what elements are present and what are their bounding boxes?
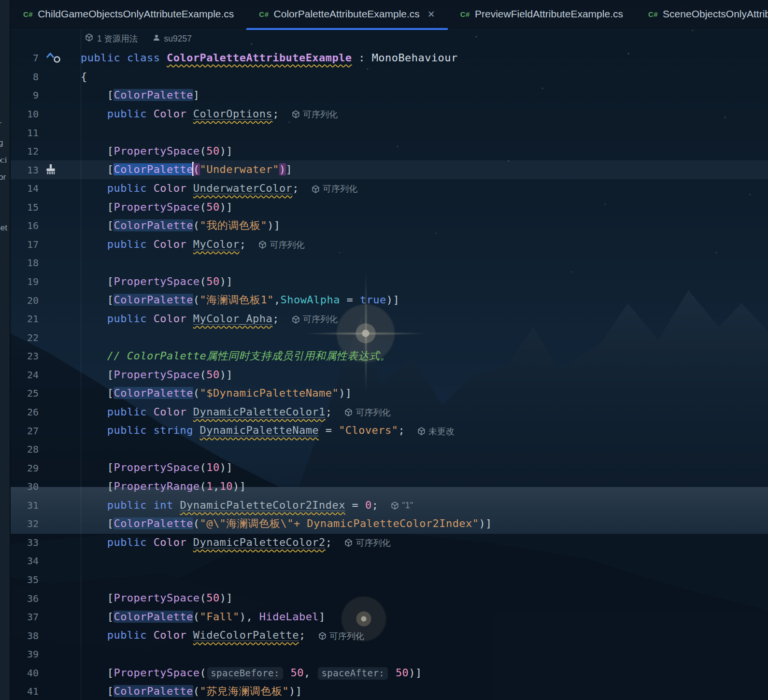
code-line: 18 bbox=[11, 254, 768, 272]
code-token: string bbox=[154, 424, 193, 436]
code-line: 9 [ColorPalette] bbox=[11, 86, 768, 105]
unity-icon bbox=[85, 33, 93, 44]
code-token: PropertySpace bbox=[114, 275, 199, 287]
code-token: int bbox=[154, 499, 173, 511]
line-number[interactable]: 36 bbox=[11, 593, 39, 604]
line-number[interactable]: 26 bbox=[11, 406, 39, 418]
code-token: public bbox=[107, 182, 147, 194]
tab-ChildGameObjectsOnlyAttributeExample[interactable]: C#ChildGameObjectsOnlyAttributeExample.c… bbox=[11, 0, 246, 30]
code-token bbox=[81, 536, 107, 548]
code-token: ) bbox=[279, 163, 286, 175]
usages-hint[interactable]: 1 资源用法 bbox=[97, 33, 138, 44]
line-number[interactable]: 40 bbox=[11, 667, 39, 679]
line-number[interactable]: 13 bbox=[11, 164, 39, 176]
code-token bbox=[186, 536, 193, 548]
line-number[interactable]: 41 bbox=[11, 686, 39, 697]
inlay-hint-text: 可序列化 bbox=[356, 537, 390, 549]
code-token: "海澜调色板1" bbox=[200, 294, 274, 306]
code-token: ( bbox=[200, 461, 207, 473]
code-line: 31 public int DynamicPaletteColor2Index … bbox=[11, 496, 768, 515]
code-token: )] bbox=[220, 592, 233, 604]
author-hint[interactable]: su9257 bbox=[164, 34, 192, 44]
code-token bbox=[147, 499, 154, 511]
code-token: WideColorPalette bbox=[193, 629, 299, 641]
inlay-hint-text: 可序列化 bbox=[356, 407, 390, 418]
inlay-hint[interactable]: 可序列化 bbox=[292, 109, 338, 120]
line-number[interactable]: 15 bbox=[11, 201, 39, 213]
line-number[interactable]: 25 bbox=[11, 387, 39, 399]
tab-PreviewFieldAttributeExample[interactable]: C#PreviewFieldAttributeExample.cs bbox=[448, 0, 636, 30]
code-token: true bbox=[360, 294, 386, 306]
inlay-hint[interactable]: 可序列化 bbox=[258, 239, 304, 251]
inlay-hint[interactable]: 可序列化 bbox=[344, 537, 390, 549]
code-token: [ bbox=[81, 667, 114, 679]
code-text: [PropertySpace(50)] bbox=[81, 272, 233, 291]
code-line: 32 [ColorPalette("@\"海澜调色板\"+ DynamicPal… bbox=[11, 514, 768, 533]
tab-bar: C#ChildGameObjectsOnlyAttributeExample.c… bbox=[11, 0, 768, 30]
tab-SceneObjectsOnlyAttributeExample[interactable]: C#SceneObjectsOnlyAttributeExample.cs bbox=[636, 0, 768, 30]
code-token: ColorOptions bbox=[193, 108, 272, 120]
line-number[interactable]: 22 bbox=[11, 332, 39, 343]
code-token bbox=[147, 629, 154, 641]
code-token: = bbox=[345, 499, 365, 511]
inlay-hint[interactable]: 未更改 bbox=[417, 426, 455, 437]
line-number[interactable]: 23 bbox=[11, 350, 39, 362]
line-number[interactable]: 8 bbox=[11, 71, 39, 83]
gutter-override-icon[interactable] bbox=[39, 51, 81, 65]
tab-label: ChildGameObjectsOnlyAttributeExample.cs bbox=[38, 8, 234, 20]
code-token: [ bbox=[81, 461, 114, 473]
gutter-brush-icon[interactable] bbox=[39, 164, 81, 176]
line-number[interactable]: 16 bbox=[11, 220, 39, 231]
line-number[interactable]: 7 bbox=[11, 52, 39, 64]
clipped-text-fragment: g bbox=[0, 138, 3, 148]
inlay-hint[interactable]: 可序列化 bbox=[344, 407, 390, 418]
line-number[interactable]: 20 bbox=[11, 295, 39, 306]
line-number[interactable]: 30 bbox=[11, 481, 39, 492]
line-number[interactable]: 34 bbox=[11, 555, 39, 567]
line-number[interactable]: 10 bbox=[11, 108, 39, 120]
line-number[interactable]: 17 bbox=[11, 239, 39, 250]
inlay-hint[interactable]: 可序列化 bbox=[312, 183, 357, 195]
code-token: ShowAlpha bbox=[281, 294, 340, 306]
warning-squiggle-wrap: MyColor bbox=[193, 238, 240, 250]
line-number[interactable]: 27 bbox=[11, 425, 39, 437]
inlay-hint[interactable]: "1" bbox=[391, 500, 413, 511]
line-number[interactable]: 33 bbox=[11, 537, 39, 548]
code-area[interactable]: 7public class ColorPaletteAttributeExamp… bbox=[11, 49, 768, 700]
line-number[interactable]: 19 bbox=[11, 276, 39, 287]
line-number[interactable]: 12 bbox=[11, 145, 39, 157]
code-token: Color bbox=[154, 238, 186, 250]
code-token: class bbox=[127, 52, 160, 64]
line-number[interactable]: 38 bbox=[11, 630, 39, 642]
code-text: public int DynamicPaletteColor2Index = 0… bbox=[81, 496, 378, 515]
line-number[interactable]: 37 bbox=[11, 611, 39, 623]
inlay-hint-text: 可序列化 bbox=[270, 239, 304, 251]
line-number[interactable]: 24 bbox=[11, 369, 39, 381]
code-token: )] bbox=[220, 461, 233, 473]
line-number[interactable]: 31 bbox=[11, 500, 39, 511]
line-number[interactable]: 14 bbox=[11, 183, 39, 194]
line-number[interactable]: 32 bbox=[11, 518, 39, 529]
code-token: [ bbox=[81, 387, 114, 399]
code-line: 28 bbox=[11, 440, 768, 459]
inlay-hint-text: 可序列化 bbox=[329, 630, 364, 642]
tab-ColorPaletteAttributeExample[interactable]: C#ColorPaletteAttributeExample.cs✕ bbox=[246, 0, 447, 30]
line-number[interactable]: 28 bbox=[11, 443, 39, 455]
code-token: ; bbox=[326, 536, 332, 548]
line-number[interactable]: 9 bbox=[11, 89, 39, 101]
line-number[interactable]: 21 bbox=[11, 313, 39, 325]
code-token: "Clovers" bbox=[339, 424, 398, 436]
line-number[interactable]: 39 bbox=[11, 648, 39, 660]
close-icon[interactable]: ✕ bbox=[427, 9, 435, 20]
code-text: public class ColorPaletteAttributeExampl… bbox=[81, 49, 458, 68]
line-number[interactable]: 11 bbox=[11, 127, 39, 139]
inlay-hint[interactable]: 可序列化 bbox=[318, 630, 364, 642]
code-text: [ColorPalette("@\"海澜调色板\"+ DynamicPalett… bbox=[81, 514, 492, 533]
line-number[interactable]: 35 bbox=[11, 574, 39, 586]
inlay-hint[interactable]: 可序列化 bbox=[292, 314, 338, 325]
code-line: 11 bbox=[11, 123, 768, 142]
code-token: : bbox=[352, 52, 372, 64]
line-number[interactable]: 18 bbox=[11, 257, 39, 269]
code-line: 15 [PropertySpace(50)] bbox=[11, 198, 768, 217]
line-number[interactable]: 29 bbox=[11, 462, 39, 474]
